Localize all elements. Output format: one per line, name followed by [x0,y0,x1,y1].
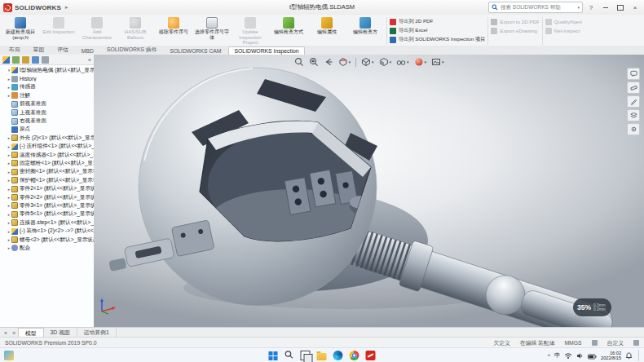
previous-view-button[interactable] [322,56,333,68]
tree-item[interactable]: ▸ 零件3<1> (默认<<默认>_显示状... [0,201,94,210]
search-dropdown-caret-icon[interactable]: ▾ [577,5,580,10]
tree-item[interactable]: ▸ 外壳 (2)<1> (默认<<默认>_显示状态- [0,134,94,142]
view-orientation-button[interactable]: ▾ [360,56,375,68]
ribbon-button[interactable]: 编辑属性 [308,15,346,46]
tree-item[interactable]: 前视基准面 [0,100,94,108]
menu-expand-arrow-icon[interactable]: ▸ [64,4,70,11]
measure-tool-button[interactable] [627,82,640,94]
edit-status-icon[interactable] [592,340,598,346]
tree-item[interactable]: ▸ 注解 [0,91,94,99]
show-desktop-sliver[interactable] [638,350,641,361]
comment-tool-button[interactable] [627,68,640,80]
markup-tool-button[interactable] [627,95,640,108]
start-button-icon[interactable] [269,351,278,360]
ribbon-button[interactable]: 新建检查项目(amp;N [2,15,39,46]
tree-item[interactable]: ▸ (-) 连杆组件<1> (默认<<默认>_显... [0,143,94,151]
command-tab[interactable]: 布局 [2,44,27,55]
hide-show-items-button[interactable]: ▾ [395,56,410,68]
file-explorer-icon[interactable] [317,353,327,360]
3d-model-thermocouple-assembly[interactable] [94,55,644,327]
layers-tool-button[interactable] [627,109,640,121]
maximize-button[interactable] [614,2,627,13]
edge-browser-icon[interactable] [333,351,343,360]
command-tab[interactable]: SOLIDWORKS Inspection [228,46,306,55]
dimxpertmanager-tab-icon[interactable] [32,56,39,64]
command-tab[interactable]: 草图 [27,44,51,55]
tree-item[interactable]: ▸ 零件2<1> (默认<<默认>_显示状态... [0,184,94,192]
status-item-custom[interactable]: 自定义 [607,339,624,347]
wifi-icon[interactable] [564,348,572,362]
ribbon-button[interactable]: Add Characteristic [78,15,116,46]
settings-tool-button[interactable] [627,123,640,135]
task-view-icon[interactable] [301,351,311,360]
help-search-box[interactable]: 搜索 SOLIDWORKS 帮助 ▾ [488,2,583,13]
dropdown-caret-icon[interactable]: ▾ [372,60,374,64]
command-tab[interactable]: 评估 [51,44,75,55]
ribbon-menu-item[interactable]: Export eDrawing [491,27,540,34]
command-tab[interactable]: MBD [75,46,100,55]
clock[interactable]: 16:02 2022/8/15 [601,351,621,361]
zoom-fit-button[interactable] [293,56,304,68]
volume-icon[interactable] [576,348,584,362]
tree-item[interactable]: ▸ 传感器 [0,83,94,91]
taskbar-search-icon[interactable] [285,348,294,362]
tree-item[interactable]: ▸ 配合 [0,244,94,252]
ribbon-button[interactable]: 选择零件序号字体 [193,15,231,46]
dropdown-caret-icon[interactable]: ▾ [407,60,409,64]
tree-item[interactable]: ▸ History [0,74,94,82]
ribbon-menu-item[interactable]: 导出到 2D PDF [390,18,485,25]
ribbon-menu-item[interactable]: Net-Inspect [545,27,582,34]
notification-bell-icon[interactable] [625,348,633,362]
ribbon-button[interactable]: 移除零件序号 [155,15,192,46]
solidworks-app-icon[interactable] [366,351,376,360]
close-button[interactable]: × [629,2,642,13]
graphics-area[interactable]: ▾ ▾ ▾ ▾ ▾ ▾ 35% [94,55,644,327]
display-style-button[interactable]: ▾ [377,56,392,68]
tree-item[interactable]: 右视基准面 [0,117,94,125]
zoom-area-button[interactable] [307,56,319,68]
edit-appearance-button[interactable]: ▾ [413,56,428,68]
ribbon-button[interactable]: 编辑检查方式 [270,15,307,46]
widgets-weather-icon[interactable] [4,351,14,360]
tree-item[interactable]: ▾ t型轴辐热电偶 (默认<默认_显示状态-1 [0,66,94,74]
dropdown-caret-icon[interactable]: ▾ [425,60,427,64]
tree-item[interactable]: ▸ 零件2<2> (默认<<默认>_显示状... [0,193,94,201]
collapse-panel-arrow-icon[interactable]: « [88,57,91,63]
configurationmanager-tab-icon[interactable] [22,56,29,64]
tray-overflow-caret-icon[interactable]: ^ [548,353,550,359]
tab-scroll-left-icon[interactable]: « [2,330,10,336]
dropdown-caret-icon[interactable]: ▾ [348,60,351,64]
ribbon-menu-item[interactable]: 导出到 SOLIDWORKS Inspection 项目 [390,36,485,43]
tree-item[interactable]: ▸ 螺母<2> (默认<<默认>_显示状态... [0,236,94,244]
apply-scene-button[interactable]: ▾ [430,56,445,68]
battery-icon[interactable] [588,348,597,362]
customize-status-icon[interactable] [633,340,639,346]
status-item-units[interactable]: MMGS [564,340,581,346]
input-method-indicator[interactable]: 中 [554,351,560,360]
help-button[interactable]: ? [584,2,598,13]
tree-item[interactable]: ▸ 保护帽<1> (默认<<默认>_显示状... [0,176,94,184]
command-tab[interactable]: SOLIDWORKS CAM [163,46,227,55]
tree-item[interactable]: ▸ 密封圈<1> (默认<<默认>_显示状态... [0,168,94,176]
chrome-browser-icon[interactable] [350,351,359,360]
tree-item[interactable]: 上视基准面 [0,108,94,117]
tree-item[interactable]: 原点 [0,126,94,134]
propertymanager-tab-icon[interactable] [12,56,20,64]
tree-item[interactable]: ▸ 温度传感器<1> (默认<<默认>_显示... [0,151,94,159]
ribbon-button[interactable]: Edit Inspection [40,15,77,46]
ribbon-menu-item[interactable]: 导出到 Excel [390,27,485,34]
tree-item[interactable]: ▸ 零件5<1> (默认<<默认>_显示状... [0,210,94,219]
dropdown-caret-icon[interactable]: ▾ [442,60,444,64]
tree-item[interactable]: ▸ 固定螺栓<1> (默认<<默认>_显示状... [0,159,94,167]
ribbon-menu-item[interactable]: QualityXpert [545,18,582,25]
ribbon-button[interactable]: 编辑检查方 [346,15,384,46]
ribbon-button[interactable]: Update Inspection Project [232,15,269,46]
dropdown-caret-icon[interactable]: ▾ [389,60,391,64]
featuremanager-tab-icon[interactable] [2,56,10,64]
tree-item[interactable]: ▸ (-) 装饰<1> (2)<2> ->? (默认<<默... [0,227,94,235]
displaymanager-tab-icon[interactable] [42,56,49,64]
ribbon-menu-item[interactable]: Export to 2D PDF [491,18,540,25]
section-view-button[interactable]: ▾ [337,56,351,68]
minimize-button[interactable] [599,2,612,13]
ribbon-button[interactable]: HAS/SUB Balloon [117,15,154,46]
